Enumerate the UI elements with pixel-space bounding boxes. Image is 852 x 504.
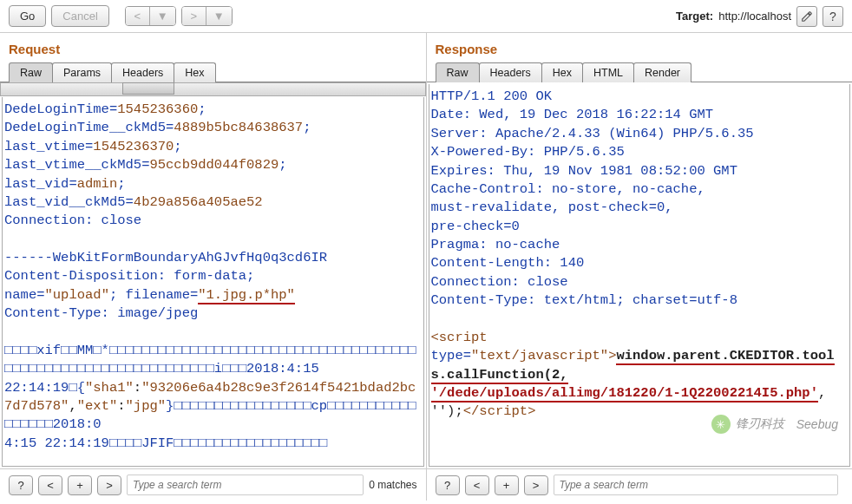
search-help-button[interactable]: ? [9, 475, 33, 495]
history-forward-dropdown[interactable]: ▼ [206, 7, 232, 25]
history-forward-button[interactable]: > [182, 7, 206, 25]
target-section: Target: http://localhost ? [676, 6, 843, 27]
help-icon[interactable]: ? [823, 6, 843, 27]
search-next-button[interactable]: > [97, 475, 121, 495]
request-title: Request [0, 33, 426, 62]
target-value: http://localhost [718, 10, 791, 23]
response-title: Response [427, 33, 853, 62]
toolbar: Go Cancel < ▼ > ▼ Target: http://localho… [0, 0, 852, 33]
request-bottombar: ? < + > 0 matches [0, 468, 426, 501]
edit-target-icon[interactable] [796, 6, 817, 27]
history-back-dropdown[interactable]: ▼ [150, 7, 175, 25]
request-search-input[interactable] [127, 475, 364, 495]
tab-hex-resp[interactable]: Hex [541, 62, 583, 82]
search-prev-button-resp[interactable]: < [465, 475, 489, 495]
tab-raw-resp[interactable]: Raw [436, 62, 480, 82]
request-matches-label: 0 matches [369, 479, 416, 491]
tab-render-resp[interactable]: Render [633, 62, 691, 82]
panels: Request Raw Params Headers Hex DedeLogin… [0, 33, 852, 501]
history-forward-group: > ▼ [181, 6, 233, 26]
request-tabs: Raw Params Headers Hex [0, 62, 426, 82]
request-panel: Request Raw Params Headers Hex DedeLogin… [0, 33, 426, 501]
search-add-button[interactable]: + [68, 475, 92, 495]
tab-html-resp[interactable]: HTML [582, 62, 634, 82]
request-body[interactable]: DedeLoginTime=1545236360; DedeLoginTime_… [2, 97, 424, 467]
response-tabs: Raw Headers Hex HTML Render [427, 62, 853, 82]
response-search-input[interactable] [554, 475, 839, 495]
tab-raw[interactable]: Raw [9, 62, 53, 82]
tab-params[interactable]: Params [52, 62, 112, 82]
search-help-button-resp[interactable]: ? [436, 475, 460, 495]
target-label: Target: [676, 10, 713, 23]
search-add-button-resp[interactable]: + [495, 475, 519, 495]
search-prev-button[interactable]: < [38, 475, 62, 495]
go-button[interactable]: Go [9, 5, 46, 27]
history-back-button[interactable]: < [126, 7, 150, 25]
response-bottombar: ? < + > [427, 468, 853, 501]
response-body[interactable]: HTTP/1.1 200 OK Date: Wed, 19 Dec 2018 1… [429, 84, 851, 467]
response-panel: Response Raw Headers Hex HTML Render HTT… [426, 33, 853, 501]
cancel-button[interactable]: Cancel [51, 5, 108, 27]
request-h-scrollbar[interactable] [0, 82, 426, 96]
search-next-button-resp[interactable]: > [524, 475, 548, 495]
history-back-group: < ▼ [125, 6, 176, 26]
tab-hex[interactable]: Hex [174, 62, 215, 82]
tab-headers-resp[interactable]: Headers [479, 62, 542, 82]
tab-headers[interactable]: Headers [111, 62, 174, 82]
